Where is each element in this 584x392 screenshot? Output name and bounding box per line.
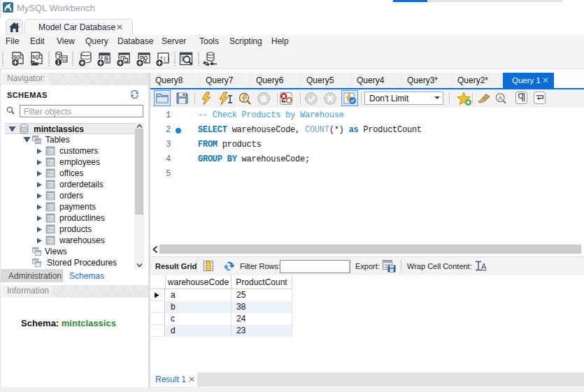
svg-text:A: A [498,95,502,101]
svg-text:A: A [481,262,487,270]
svg-text:SQL: SQL [32,55,41,60]
